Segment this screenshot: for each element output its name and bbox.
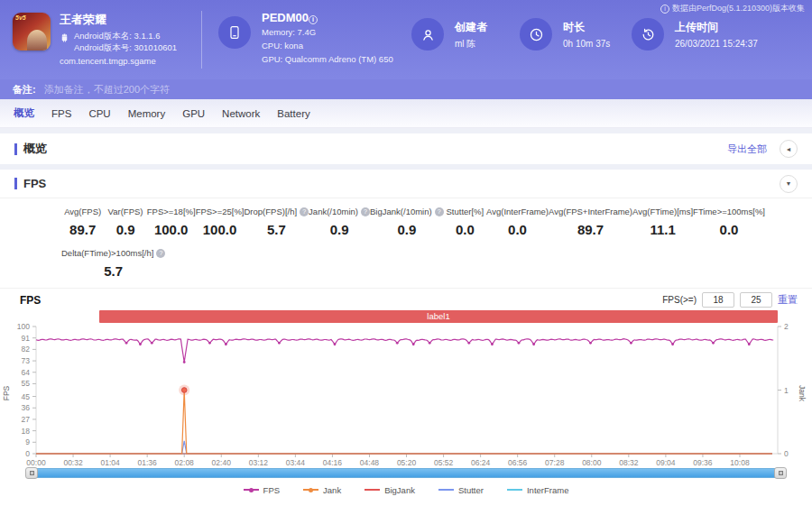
- x-axis-tick: 03:12: [249, 458, 269, 467]
- person-icon: [411, 18, 444, 51]
- metric-label: FPS>=18[%]: [147, 207, 196, 216]
- metric-FPS>=18[%]: FPS>=18[%]100.0: [147, 207, 196, 237]
- legend-item-FPS[interactable]: FPS: [244, 485, 280, 495]
- device-info-icon[interactable]: i: [309, 15, 318, 24]
- game-app-icon: 5v5: [13, 13, 51, 51]
- y-axis-tick: 18: [22, 427, 31, 436]
- tab-Memory[interactable]: Memory: [127, 106, 167, 121]
- x-axis-tick: 00:32: [63, 458, 83, 467]
- android-version-code: Android版本号: 301010601: [74, 41, 177, 53]
- legend-label: BigJank: [384, 485, 415, 495]
- fps-title: FPS: [23, 177, 46, 190]
- legend-label: FPS: [263, 485, 280, 495]
- y-axis-tick: 45: [22, 392, 31, 401]
- duration-label: 时长: [563, 20, 610, 34]
- metric-value: 5.7: [61, 263, 165, 279]
- metric-value: 100.0: [147, 222, 196, 237]
- clock-icon: [520, 18, 552, 51]
- fps-threshold-controls: FPS(>=) 重置: [662, 292, 798, 308]
- android-version-name: Android版本名: 3.1.1.6: [74, 30, 177, 41]
- metric-value: 0.0: [693, 222, 765, 237]
- y-axis-tick: 100: [17, 323, 30, 331]
- info-icon[interactable]: ?: [361, 207, 370, 216]
- note-placeholder[interactable]: 添加备注，不超过200个字符: [44, 84, 170, 95]
- x-axis-tick: 08:32: [619, 458, 639, 467]
- metric-value: 89.7: [61, 222, 104, 237]
- metric-value: 0.9: [309, 222, 370, 237]
- device-info: PEDM00i Memory: 7.4G CPU: kona GPU: Qual…: [218, 11, 393, 66]
- collapse-left-button[interactable]: ◄: [780, 140, 798, 158]
- y-axis-tick: 27: [22, 415, 31, 424]
- device-cpu: CPU: kona: [262, 39, 393, 52]
- series-Jank: [36, 391, 772, 455]
- x-axis-tick: 05:20: [397, 458, 417, 467]
- y-axis-tick: 0: [25, 449, 30, 458]
- export-all-link[interactable]: 导出全部: [727, 143, 767, 156]
- creator-label: 创建者: [455, 20, 487, 34]
- metric-value: 11.1: [632, 222, 693, 237]
- y-axis-tick: 73: [22, 356, 31, 365]
- tab-FPS[interactable]: FPS: [51, 106, 72, 121]
- metric-label: Avg(InterFrame): [486, 207, 549, 216]
- collapse-down-button[interactable]: ▼: [780, 175, 798, 193]
- report-header: 5v5 王者荣耀 Android版本名: 3.1.1.6 Android版本号:…: [0, 0, 812, 79]
- y-axis-tick: 9: [25, 437, 30, 446]
- scrollbar-left-handle[interactable]: [25, 467, 38, 479]
- history-clock-icon: [632, 18, 664, 51]
- device-memory: Memory: 7.4G: [262, 25, 393, 39]
- chart-zoom-scrollbar[interactable]: [27, 467, 785, 479]
- section-tick: [14, 178, 17, 189]
- legend-marker: [244, 489, 259, 491]
- tab-Network[interactable]: Network: [221, 106, 261, 121]
- fps-line-chart[interactable]: 09182736455564738291100012FPSJank00:0000…: [0, 323, 812, 467]
- upload-value: 26/03/2021 15:24:37: [675, 37, 758, 51]
- info-icon[interactable]: ?: [435, 207, 444, 216]
- metric-value: 100.0: [196, 222, 245, 237]
- legend-marker: [364, 489, 380, 491]
- x-axis-tick: 08:00: [582, 458, 602, 467]
- x-axis-tick: 07:28: [545, 458, 565, 467]
- info-icon[interactable]: ?: [156, 249, 165, 258]
- y-axis-tick: 91: [22, 334, 31, 343]
- scrollbar-right-handle[interactable]: [774, 467, 787, 479]
- metric-label: Avg(FPS+InterFrame): [549, 207, 632, 216]
- metric-label: BigJank(/10min)?: [370, 207, 444, 216]
- legend-item-Jank[interactable]: Jank: [303, 485, 341, 495]
- scrollbar-track[interactable]: [27, 468, 785, 478]
- legend-label: Jank: [323, 485, 341, 495]
- y-axis-tick: 36: [22, 403, 31, 412]
- legend-item-BigJank[interactable]: BigJank: [364, 485, 415, 495]
- tab-bar: 概览FPSCPUMemoryGPUNetworkBattery: [0, 99, 812, 128]
- tab-CPU[interactable]: CPU: [88, 106, 111, 121]
- phone-icon: [218, 16, 251, 49]
- tab-概览[interactable]: 概览: [13, 105, 35, 122]
- tab-GPU[interactable]: GPU: [181, 106, 206, 121]
- info-icon[interactable]: ?: [300, 207, 309, 216]
- jank-axis-tick: 2: [784, 323, 789, 331]
- fps-threshold-low-input[interactable]: [702, 292, 734, 308]
- app-icon-art: [27, 30, 47, 51]
- x-axis-tick: 04:16: [323, 458, 343, 467]
- legend-item-InterFrame[interactable]: InterFrame: [507, 485, 568, 495]
- chart-region-label[interactable]: label1: [99, 310, 778, 323]
- creator-info: 创建者 ml 陈: [411, 18, 487, 51]
- metric-Avg(InterFrame): Avg(InterFrame)0.0: [486, 207, 549, 237]
- header-divider: [201, 11, 202, 69]
- fps-threshold-high-input[interactable]: [740, 292, 772, 308]
- legend-marker: [507, 489, 522, 491]
- jank-axis-tick: 1: [784, 386, 789, 395]
- metric-label: Stutter[%]: [444, 207, 486, 216]
- metric-value: 0.0: [486, 222, 549, 237]
- legend-item-Stutter[interactable]: Stutter: [438, 485, 484, 495]
- metric-Avg(FPS+InterFrame): Avg(FPS+InterFrame)89.7: [549, 207, 632, 237]
- reset-link[interactable]: 重置: [778, 293, 798, 307]
- metric-FTime>=100ms[%]: FTime>=100ms[%]0.0: [693, 207, 765, 237]
- upload-info: 上传时间 26/03/2021 15:24:37: [632, 18, 758, 51]
- note-label: 备注:: [13, 84, 36, 95]
- metric-Jank(/10min): Jank(/10min)?0.9: [309, 207, 370, 237]
- android-icon: [60, 32, 69, 42]
- tab-Battery[interactable]: Battery: [276, 106, 310, 121]
- series-FPS: [36, 339, 773, 363]
- note-bar[interactable]: 备注: 添加备注，不超过200个字符: [0, 79, 812, 99]
- metric-value: 0.0: [444, 222, 486, 237]
